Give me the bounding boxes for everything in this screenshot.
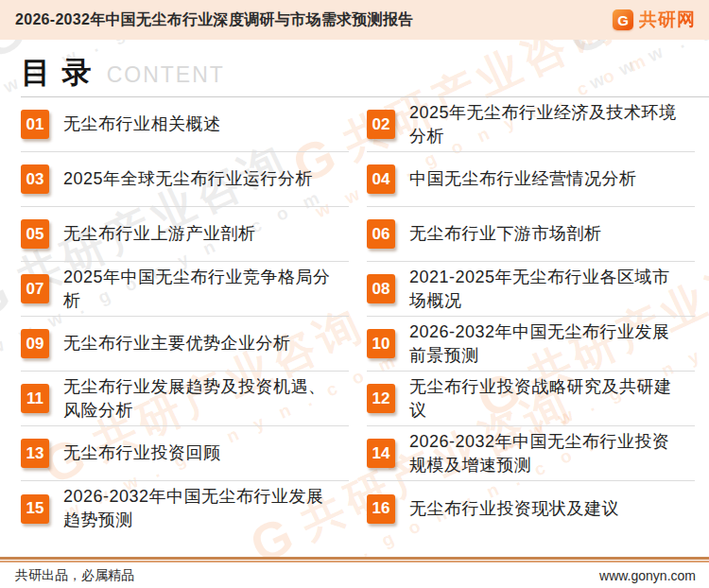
brand-logo-text: 共研网 (639, 8, 696, 32)
toc-item[interactable]: 09 无尘布行业主要优势企业分析 (21, 317, 349, 372)
toc-heading: 目 录 CONTENT (21, 40, 709, 97)
toc-item-title: 无尘布行业投资现状及建议 (409, 497, 619, 521)
header-bar: 2026-2032年中国无尘布行业深度调研与市场需求预测报告 G 共研网 (0, 0, 709, 40)
toc-grid: 01 无尘布行业相关概述 02 2025年无尘布行业经济及技术环境 分析 03 … (21, 97, 695, 536)
toc-item-number: 01 (21, 110, 49, 139)
footer-website[interactable]: www.gonyn.com (599, 568, 696, 583)
toc-item-number: 16 (367, 494, 395, 524)
footer-rule-thick (0, 557, 709, 560)
toc-item-title: 中国无尘布行业经营情况分析 (409, 167, 637, 191)
toc-item[interactable]: 10 2026-2032年中国无尘布行业发展 前景预测 (367, 317, 695, 372)
footer-slogan: 共研出品，必属精品 (15, 567, 134, 584)
toc-item-number: 05 (21, 219, 49, 249)
toc-item[interactable]: 02 2025年无尘布行业经济及技术环境 分析 (367, 97, 695, 152)
toc-item-number: 09 (21, 329, 49, 358)
toc-item-title: 2026-2032年中国无尘布行业投资 规模及增速预测 (409, 430, 670, 477)
brand-logo-icon: G (613, 9, 633, 30)
toc-item-title: 2026-2032年中国无尘布行业发展 趋势预测 (63, 485, 324, 532)
toc-item[interactable]: 12 无尘布行业投资战略研究及共研建 议 (367, 372, 695, 426)
toc-item-number: 07 (21, 274, 49, 303)
toc-item-title: 2025年无尘布行业经济及技术环境 分析 (409, 101, 677, 148)
toc-item-number: 12 (367, 384, 395, 413)
toc-item[interactable]: 06 无尘布行业下游市场剖析 (367, 207, 695, 262)
toc-item-number: 03 (21, 164, 49, 194)
toc-item-title: 无尘布行业相关概述 (63, 112, 221, 136)
toc-item[interactable]: 15 2026-2032年中国无尘布行业发展 趋势预测 (21, 481, 349, 536)
toc-title-en: CONTENT (107, 62, 225, 88)
toc-page: 目 录 CONTENT 01 无尘布行业相关概述 02 2025年无尘布行业经济… (0, 40, 709, 536)
toc-item-number: 08 (367, 274, 395, 303)
toc-item-number: 13 (21, 439, 49, 468)
toc-item[interactable]: 01 无尘布行业相关概述 (21, 97, 349, 152)
toc-item-title: 无尘布行业上游产业剖析 (63, 222, 256, 246)
toc-item-number: 04 (367, 164, 395, 194)
toc-item[interactable]: 05 无尘布行业上游产业剖析 (21, 207, 349, 262)
toc-item-title: 无尘布行业下游市场剖析 (409, 222, 602, 246)
toc-item[interactable]: 07 2025年中国无尘布行业竞争格局分 析 (21, 262, 349, 317)
toc-item-number: 10 (367, 329, 395, 358)
toc-item-title: 无尘布行业投资战略研究及共研建 议 (409, 375, 672, 423)
footer: 共研出品，必属精品 www.gonyn.com (0, 557, 709, 588)
toc-item-number: 15 (21, 494, 49, 524)
toc-item-title: 2021-2025年无尘布行业各区域市 场概况 (409, 266, 670, 313)
toc-item-number: 02 (367, 110, 395, 139)
toc-item-title: 无尘布行业投资回顾 (63, 441, 221, 465)
toc-item[interactable]: 14 2026-2032年中国无尘布行业投资 规模及增速预测 (367, 426, 695, 481)
toc-item[interactable]: 16 无尘布行业投资现状及建议 (367, 481, 695, 536)
report-title: 2026-2032年中国无尘布行业深度调研与市场需求预测报告 (15, 10, 414, 30)
toc-item-title: 2025年全球无尘布行业运行分析 (63, 167, 313, 191)
toc-item-title: 2026-2032年中国无尘布行业发展 前景预测 (409, 320, 670, 368)
toc-item[interactable]: 03 2025年全球无尘布行业运行分析 (21, 152, 349, 207)
brand-logo[interactable]: G 共研网 (613, 8, 696, 32)
toc-item[interactable]: 13 无尘布行业投资回顾 (21, 426, 349, 481)
toc-item[interactable]: 11 无尘布行业发展趋势及投资机遇、 风险分析 (21, 372, 349, 426)
toc-item[interactable]: 04 中国无尘布行业经营情况分析 (367, 152, 695, 207)
toc-title-cn: 目 录 (21, 53, 94, 93)
toc-item-number: 11 (21, 384, 49, 413)
toc-item-number: 06 (367, 219, 395, 249)
toc-item-title: 无尘布行业主要优势企业分析 (63, 332, 291, 355)
toc-item-title: 无尘布行业发展趋势及投资机遇、 风险分析 (63, 375, 326, 423)
toc-item-title: 2025年中国无尘布行业竞争格局分 析 (63, 266, 331, 313)
toc-item-number: 14 (367, 439, 395, 468)
toc-item[interactable]: 08 2021-2025年无尘布行业各区域市 场概况 (367, 262, 695, 317)
